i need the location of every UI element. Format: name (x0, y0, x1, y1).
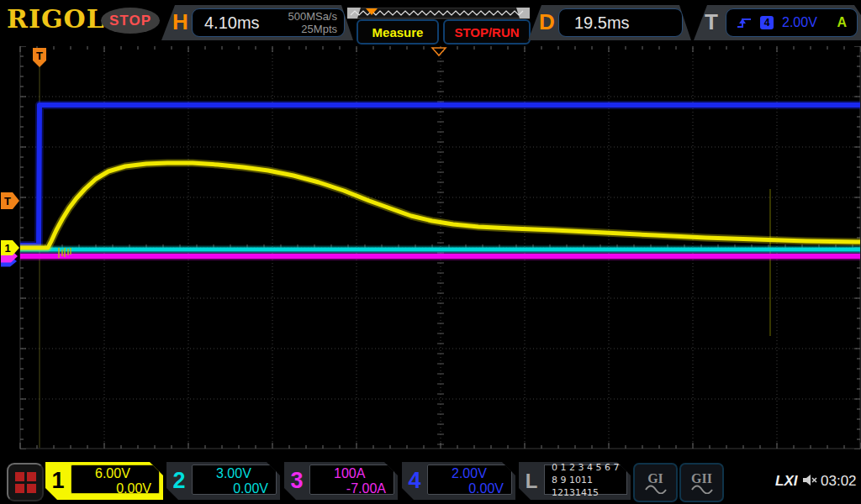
sample-rate-readout: 500MSa/s25Mpts (288, 10, 344, 35)
generator-2-button[interactable]: GII (679, 463, 724, 502)
lxi-logo: LXI (775, 473, 797, 490)
stop-run-button[interactable]: STOP/RUN (443, 19, 531, 45)
timebase-value: 4.10ms (193, 13, 288, 33)
channel-1-number: 1 (45, 462, 71, 500)
menu-grid-icon (15, 472, 36, 493)
generator-1-button[interactable]: GI (633, 463, 678, 502)
trigger-slope-icon (737, 17, 752, 29)
record-position-bar[interactable] (347, 8, 530, 19)
logic-label: L (519, 462, 544, 500)
channel-3-offset: -7.00A (310, 481, 394, 496)
waveform-display[interactable]: T1T (0, 46, 861, 449)
measure-button[interactable]: Measure (357, 19, 439, 45)
sine-wave-icon (645, 485, 667, 494)
channel-1-box[interactable]: 1 6.00V 0.00V (45, 462, 163, 500)
speaker-muted-icon (801, 473, 818, 488)
channel-1-scale: 6.00V (95, 466, 130, 481)
rigol-logo: RIGOL (7, 4, 105, 34)
channel-2-box[interactable]: 2 3.00V 0.00V (166, 462, 280, 500)
channel-4-number: 4 (402, 462, 427, 500)
channel-3-number: 3 (284, 462, 309, 500)
svg-text:1: 1 (4, 242, 10, 255)
delay-value: 19.5ms (559, 13, 630, 33)
svg-text:T: T (4, 195, 11, 207)
trigger-label: T (705, 9, 718, 35)
channel-2-number: 2 (166, 462, 192, 500)
horizontal-panel[interactable]: H 4.10ms 500MSa/s25Mpts (161, 5, 353, 40)
clock: 03:02 (821, 473, 857, 490)
trigger-mode: A (837, 15, 857, 30)
trigger-source-badge: 4 (760, 16, 774, 29)
channel-2-offset: 0.00V (193, 481, 276, 496)
trigger-level-value: 2.00V (782, 15, 817, 30)
svg-text:T: T (36, 50, 43, 62)
channel-4-scale: 2.00V (452, 466, 487, 481)
channel-2-scale: 3.00V (216, 466, 251, 481)
sine-wave-icon (691, 485, 713, 494)
channel-3-scale: 100A (334, 466, 365, 481)
run-state-badge: STOP (101, 8, 160, 34)
channel-4-offset: 0.00V (428, 481, 511, 496)
trigger-panel[interactable]: T 4 2.00V A (694, 5, 861, 40)
menu-button[interactable] (7, 463, 44, 501)
channel-4-box[interactable]: 4 2.00V 0.00V (402, 462, 515, 500)
horizontal-label: H (172, 9, 188, 35)
delay-panel[interactable]: D 19.5ms (528, 5, 691, 40)
logic-channel-list: 0 1 2 3 4 5 6 7 8 9 1011 12131415 (544, 465, 627, 495)
channel-1-offset: 0.00V (71, 481, 159, 496)
delay-label: D (539, 9, 555, 35)
channel-3-box[interactable]: 3 100A -7.00A (284, 462, 398, 500)
oscilloscope-screen: RIGOL STOP H 4.10ms 500MSa/s25Mpts Measu… (0, 0, 861, 504)
logic-channels-box[interactable]: L 0 1 2 3 4 5 6 7 8 9 1011 12131415 (519, 462, 631, 500)
